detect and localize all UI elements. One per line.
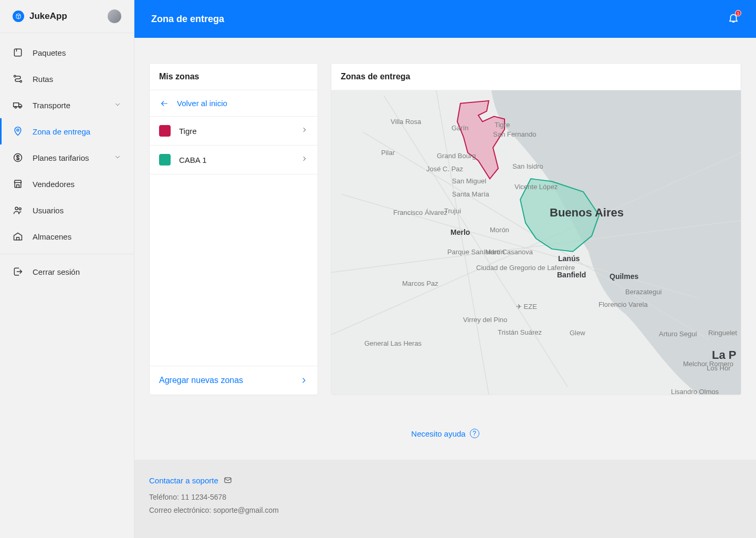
map-city-label: ✈ EZE bbox=[516, 303, 537, 311]
svg-rect-10 bbox=[225, 478, 231, 482]
map-panel-title: Zonas de entrega bbox=[331, 64, 741, 90]
nav-label: Zona de entrega bbox=[33, 127, 90, 136]
map-city-label: General Las Heras bbox=[364, 339, 422, 347]
map-city-label: Tigre bbox=[495, 121, 510, 129]
arrow-left-icon bbox=[159, 99, 170, 108]
zone-swatch bbox=[159, 154, 171, 165]
help-section: Necesito ayuda ? bbox=[134, 397, 756, 460]
dollar-icon bbox=[13, 152, 23, 163]
chevron-right-icon bbox=[301, 126, 308, 136]
logout-icon bbox=[13, 266, 23, 277]
map-city-label: San Miguel bbox=[452, 177, 486, 185]
nav-transporte[interactable]: Transporte bbox=[0, 92, 134, 118]
svg-point-4 bbox=[15, 107, 16, 108]
page-title: Zona de entrega bbox=[151, 14, 224, 25]
nav-usuarios[interactable]: Usuarios bbox=[0, 197, 134, 223]
notifications-button[interactable]: 1 bbox=[728, 12, 739, 26]
map-city-label: Buenos Aires bbox=[550, 206, 624, 220]
logo-icon bbox=[13, 11, 24, 22]
map-city-label: Arturo Seguí bbox=[659, 330, 697, 338]
map-city-label: Berazategui bbox=[625, 288, 662, 296]
nav-label: Almacenes bbox=[33, 232, 71, 241]
truck-icon bbox=[13, 100, 23, 110]
zones-panel: Mis zonas Volver al inicio Tigre CABA 1 bbox=[149, 63, 318, 395]
map-city-label: Morón bbox=[490, 226, 509, 234]
help-label: Necesito ayuda bbox=[411, 429, 465, 438]
map-city-label: Tristán Suárez bbox=[498, 328, 542, 336]
map-city-label: San Isidro bbox=[512, 162, 543, 170]
package-icon bbox=[13, 47, 23, 58]
footer-contact-link[interactable]: Contactar a soporte bbox=[149, 473, 741, 488]
nav-zona-entrega[interactable]: Zona de entrega bbox=[0, 118, 134, 144]
zone-name: Tigre bbox=[179, 127, 197, 136]
add-zones-button[interactable]: Agregar nuevas zonas bbox=[150, 366, 318, 395]
footer-email: Correo electrónico: soporte@gmail.com bbox=[149, 504, 741, 517]
zone-name: CABA 1 bbox=[179, 156, 207, 164]
map-city-label: Glew bbox=[570, 329, 585, 337]
nav-paquetes[interactable]: Paquetes bbox=[0, 39, 134, 66]
chevron-right-icon bbox=[300, 376, 308, 385]
map-city-label: Pilar bbox=[381, 149, 395, 157]
svg-rect-0 bbox=[14, 49, 21, 56]
map-city-label: Lisandro Olmos bbox=[671, 388, 719, 395]
chevron-down-icon bbox=[114, 101, 121, 110]
map-city-label: Santa María bbox=[452, 190, 489, 198]
mail-icon bbox=[223, 476, 233, 484]
map-city-label: Francisco Álvarez bbox=[393, 209, 447, 216]
zone-swatch bbox=[159, 125, 171, 137]
sidebar-header: JukeApp bbox=[0, 0, 134, 33]
map-city-label: Quilmes bbox=[610, 272, 638, 281]
route-icon bbox=[13, 74, 23, 84]
back-link[interactable]: Volver al inicio bbox=[150, 90, 318, 117]
nav-vendedores[interactable]: Vendedores bbox=[0, 171, 134, 197]
notification-badge: 1 bbox=[735, 10, 741, 16]
map-city-label: Florencio Varela bbox=[598, 301, 648, 308]
map-city-label: Virrey del Pino bbox=[463, 316, 507, 324]
topbar: Zona de entrega 1 bbox=[134, 0, 756, 38]
map-city-label: San Fernando bbox=[493, 130, 536, 138]
main: Zona de entrega 1 Mis zonas Volver al in… bbox=[134, 0, 756, 538]
map-city-label: Marcos Paz bbox=[402, 280, 438, 287]
map-city-label: Grand Bourg bbox=[437, 152, 476, 160]
map-city-label: José C. Paz bbox=[426, 165, 463, 173]
map-panel: Zonas de entrega bbox=[331, 63, 741, 395]
chevron-right-icon bbox=[301, 155, 308, 164]
zone-list: Tigre CABA 1 bbox=[150, 117, 318, 174]
map-city-label: Isidro Casanova bbox=[484, 248, 533, 256]
nav-planes[interactable]: Planes tarifarios bbox=[0, 144, 134, 171]
map-city-label: Garín bbox=[452, 124, 469, 132]
back-label: Volver al inicio bbox=[177, 99, 227, 108]
nav-label: Paquetes bbox=[33, 48, 66, 57]
help-link[interactable]: Necesito ayuda ? bbox=[411, 429, 479, 438]
nav-label: Rutas bbox=[33, 75, 53, 84]
zones-panel-title: Mis zonas bbox=[150, 64, 318, 90]
pin-icon bbox=[13, 126, 23, 137]
avatar[interactable] bbox=[108, 9, 121, 23]
map-city-label: Banfield bbox=[557, 271, 586, 279]
app-name: JukeApp bbox=[29, 11, 67, 22]
nav-label: Usuarios bbox=[33, 206, 64, 215]
map-city-label: Los Hor bbox=[707, 364, 731, 372]
svg-point-6 bbox=[17, 129, 19, 131]
svg-point-5 bbox=[19, 107, 21, 108]
map-city-label: Lanús bbox=[558, 254, 580, 263]
warehouse-icon bbox=[13, 231, 23, 242]
nav-label: Cerrar sesión bbox=[33, 267, 80, 276]
chevron-down-icon bbox=[114, 153, 121, 162]
add-zones-label: Agregar nuevas zonas bbox=[159, 376, 243, 385]
nav-almacenes[interactable]: Almacenes bbox=[0, 223, 134, 250]
nav-label: Vendedores bbox=[33, 180, 75, 189]
nav-rutas[interactable]: Rutas bbox=[0, 66, 134, 92]
nav-logout[interactable]: Cerrar sesión bbox=[0, 258, 134, 285]
logo[interactable]: JukeApp bbox=[13, 11, 67, 22]
zone-row-tigre[interactable]: Tigre bbox=[150, 117, 318, 146]
map-city-label: Merlo bbox=[450, 228, 470, 236]
footer-phone: Teléfono: 11 1234-5678 bbox=[149, 491, 741, 504]
nav-label: Planes tarifarios bbox=[33, 153, 89, 162]
zone-row-caba1[interactable]: CABA 1 bbox=[150, 146, 318, 174]
map[interactable]: Villa RosaGarínTigreSan FernandoPilarGra… bbox=[331, 90, 741, 395]
question-icon: ? bbox=[470, 429, 479, 438]
map-city-label: Ringuelet bbox=[708, 329, 737, 337]
nav: Paquetes Rutas Transporte Zona de entreg… bbox=[0, 33, 134, 538]
store-icon bbox=[13, 179, 23, 189]
